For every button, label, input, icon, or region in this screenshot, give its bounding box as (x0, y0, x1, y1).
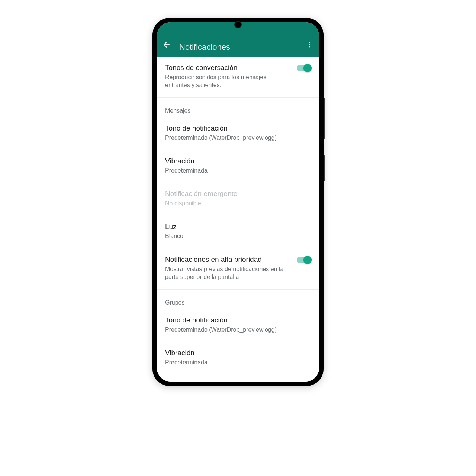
more-options-button[interactable] (302, 37, 317, 52)
messages-vibration-row[interactable]: Vibración Predeterminada (157, 151, 319, 180)
conversation-tones-row[interactable]: Tonos de conversación Reproducir sonidos… (157, 57, 319, 95)
row-title: Luz (165, 381, 311, 382)
conversation-tones-toggle[interactable] (297, 65, 311, 71)
row-title: Vibración (165, 157, 311, 166)
row-title: Vibración (165, 348, 311, 358)
row-subtitle: Predeterminado (WaterDrop_preview.ogg) (165, 326, 311, 334)
content: Tonos de conversación Reproducir sonidos… (157, 57, 319, 382)
phone-camera (234, 21, 242, 28)
row-subtitle: No disponible (165, 199, 311, 208)
phone-side-button (324, 98, 325, 139)
more-vertical-icon (306, 41, 313, 48)
row-subtitle: Predeterminada (165, 358, 311, 367)
messages-popup-row: Notificación emergente No disponible (157, 183, 319, 213)
arrow-left-icon (162, 40, 171, 49)
svg-point-1 (309, 42, 310, 43)
back-button[interactable] (159, 37, 174, 52)
svg-point-3 (309, 46, 310, 47)
row-title: Notificaciones en alta prioridad (165, 255, 292, 264)
phone-frame: Notificaciones Tonos de conversación Rep… (152, 18, 324, 386)
row-title: Tono de notificación (165, 124, 311, 133)
row-title: Notificación emergente (165, 189, 311, 199)
groups-tone-row[interactable]: Tono de notificación Predeterminado (Wat… (157, 310, 319, 340)
messages-light-row[interactable]: Luz Blanco (157, 216, 319, 246)
row-subtitle: Mostrar vistas previas de notificaciones… (165, 265, 292, 281)
row-subtitle: Blanco (165, 232, 311, 240)
section-header-groups: Grupos (157, 290, 319, 310)
svg-point-2 (309, 44, 310, 45)
row-subtitle: Reproducir sonidos para los mensajes ent… (165, 73, 292, 89)
row-title: Tono de notificación (165, 316, 311, 325)
row-subtitle: Predeterminado (WaterDrop_preview.ogg) (165, 134, 311, 142)
messages-priority-toggle[interactable] (297, 257, 311, 263)
page-title: Notificaciones (179, 42, 302, 52)
groups-light-row[interactable]: Luz Blanco (157, 375, 319, 382)
row-title: Tonos de conversación (165, 63, 292, 73)
row-subtitle: Predeterminada (165, 167, 311, 175)
screen: Notificaciones Tonos de conversación Rep… (157, 22, 319, 382)
messages-tone-row[interactable]: Tono de notificación Predeterminado (Wat… (157, 118, 319, 148)
section-header-messages: Mensajes (157, 98, 319, 118)
messages-priority-row[interactable]: Notificaciones en alta prioridad Mostrar… (157, 249, 319, 287)
row-title: Luz (165, 222, 311, 232)
groups-vibration-row[interactable]: Vibración Predeterminada (157, 342, 319, 372)
phone-side-button (324, 155, 325, 181)
